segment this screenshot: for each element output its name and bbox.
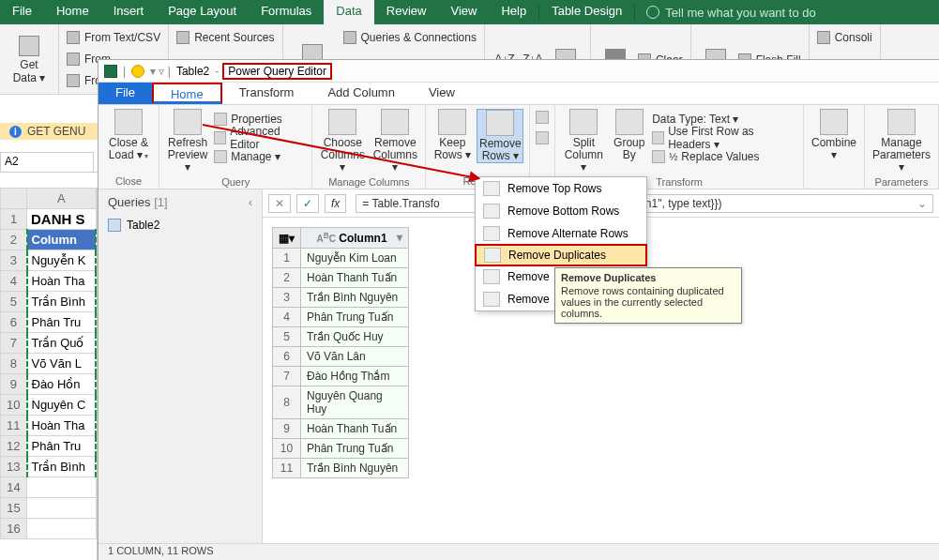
cell-A8[interactable]: Võ Văn L (27, 354, 97, 374)
pq-tab-home[interactable]: Home (152, 83, 222, 104)
manage-button[interactable]: Manage ▾ (214, 148, 306, 165)
formula-expand-icon[interactable]: ⌄ (917, 197, 927, 210)
query-item-table2[interactable]: Table2 (108, 217, 252, 234)
queries-header: Queries (108, 195, 151, 209)
tooltip-title: Remove Duplicates (561, 272, 735, 283)
grid-cell[interactable]: Võ Văn Lân (301, 347, 409, 367)
excel-tab-data[interactable]: Data (324, 0, 373, 24)
smile-icon[interactable] (131, 65, 144, 78)
cell-A2[interactable]: Column (27, 230, 97, 250)
col-A-header[interactable]: A (27, 189, 97, 209)
get-genuine-banner[interactable]: i GET GENU (0, 123, 98, 140)
menu-remove-duplicates[interactable]: Remove Duplicates (475, 244, 647, 266)
queries-collapse-icon[interactable]: ‹ (249, 195, 252, 209)
queries-pane: Queries [1] ‹ Table2 (98, 189, 263, 560)
row-2-head[interactable]: 2 (1, 230, 27, 250)
get-data-button[interactable]: Get Data ▾ (8, 33, 51, 87)
choose-columns-button[interactable]: Choose Columns ▾ (318, 109, 367, 174)
split-column-button[interactable]: Split Column ▾ (561, 109, 606, 174)
combine-button[interactable]: Combine ▾ (810, 109, 858, 161)
pq-tab-view[interactable]: View (412, 83, 472, 104)
refresh-preview-button[interactable]: Refresh Preview ▾ (165, 109, 210, 174)
grid-cell[interactable]: Nguyễn Kim Loan (301, 249, 409, 268)
close-load-button[interactable]: Close & Load ▾ (104, 109, 153, 161)
grid-cell[interactable]: Hoàn Thanh Tuấn (301, 268, 409, 288)
fx-icon[interactable]: fx (325, 194, 346, 213)
pq-tab-addcolumn[interactable]: Add Column (310, 83, 412, 104)
grid-rownum[interactable]: 6 (273, 347, 301, 367)
grid-cell[interactable]: Nguyên Quang Huy (301, 386, 409, 419)
grid-rownum[interactable]: 7 (273, 367, 301, 386)
cell-A11[interactable]: Hoàn Tha (27, 416, 97, 436)
grid-rownum[interactable]: 8 (273, 386, 301, 419)
grid-rownum[interactable]: 10 (273, 439, 301, 459)
advanced-icon (214, 131, 226, 144)
col-dropdown-icon[interactable]: ▾ (397, 231, 402, 244)
formula-accept[interactable]: ✓ (296, 194, 319, 213)
cell-A3[interactable]: Nguyễn K (27, 250, 97, 271)
grid-rownum[interactable]: 3 (273, 288, 301, 308)
cell-A16[interactable] (27, 519, 97, 539)
formula-cancel[interactable]: ✕ (268, 194, 291, 213)
queries-connections[interactable]: Queries & Connections (343, 28, 477, 47)
grid-cell[interactable]: Đào Hồng Thắm (301, 367, 409, 386)
consolidate[interactable]: Consoli (817, 28, 872, 47)
cell-A9[interactable]: Đào Hồn (27, 374, 97, 395)
pq-tab-transform[interactable]: Transform (222, 83, 311, 104)
sort-za-icon (536, 131, 549, 144)
cell-A15[interactable] (27, 498, 97, 519)
grid-cell[interactable]: Trần Bình Nguyên (301, 459, 409, 478)
sort-az-icon (536, 111, 549, 124)
keep-rows-button[interactable]: Keep Rows ▾ (432, 109, 473, 163)
grid-rownum[interactable]: 2 (273, 268, 301, 288)
grid-col-column1[interactable]: ABC Column1 ▾ (301, 228, 409, 249)
grid-cell[interactable]: Phân Trung Tuấn (301, 308, 409, 327)
excel-tab-formulas[interactable]: Formulas (249, 0, 324, 24)
excel-tab-pagelayout[interactable]: Page Layout (156, 0, 249, 24)
pq-sort-za[interactable] (536, 129, 549, 146)
cell-A1[interactable]: DANH S (27, 209, 97, 230)
pq-sort-az[interactable] (536, 109, 549, 126)
cell-A5[interactable]: Trần Bình (27, 292, 97, 312)
advanced-editor-button[interactable]: Advanced Editor (214, 129, 306, 146)
name-box[interactable]: A2 (0, 152, 94, 173)
grid-rownum[interactable]: 4 (273, 308, 301, 327)
cell-A13[interactable]: Trần Bình (27, 457, 97, 477)
cell-A10[interactable]: Nguyên C (27, 395, 97, 416)
first-row-headers[interactable]: Use First Row as Headers ▾ (652, 129, 797, 146)
row-1-head[interactable]: 1 (1, 209, 27, 230)
cell-A12[interactable]: Phân Tru (27, 436, 97, 457)
grid-cell[interactable]: Trần Quốc Huy (301, 327, 409, 347)
excel-tab-file[interactable]: File (0, 0, 44, 24)
group-by-button[interactable]: Group By (610, 109, 648, 174)
excel-tab-home[interactable]: Home (44, 0, 101, 24)
from-text-csv[interactable]: From Text/CSV (67, 28, 160, 47)
grid-cell[interactable]: Hoàn Thanh Tuấn (301, 419, 409, 439)
pq-tab-file[interactable]: File (98, 83, 152, 104)
menu-remove-bottom-rows[interactable]: Remove Bottom Rows (476, 200, 646, 222)
cell-A14[interactable] (27, 477, 97, 498)
excel-tab-tabledesign[interactable]: Table Design (539, 0, 634, 24)
tell-me-search[interactable]: Tell me what you want to do (635, 0, 815, 24)
grid-rownum[interactable]: 1 (273, 249, 301, 268)
excel-tab-help[interactable]: Help (489, 0, 538, 24)
remove-rows-button[interactable]: Remove Rows ▾ (477, 109, 523, 163)
recent-sources[interactable]: Recent Sources (176, 28, 274, 47)
replace-values[interactable]: ½ Replace Values (652, 148, 797, 165)
cell-A4[interactable]: Hoàn Tha (27, 271, 97, 292)
menu-remove-alternate-rows[interactable]: Remove Alternate Rows (476, 222, 646, 245)
grid-rownum[interactable]: 5 (273, 327, 301, 347)
grid-rownum[interactable]: 9 (273, 419, 301, 439)
excel-tab-review[interactable]: Review (374, 0, 439, 24)
excel-tab-view[interactable]: View (438, 0, 489, 24)
grid-corner[interactable]: ▦▾ (273, 228, 301, 249)
excel-tab-insert[interactable]: Insert (101, 0, 157, 24)
cell-A7[interactable]: Trần Quố (27, 333, 97, 354)
cell-A6[interactable]: Phân Tru (27, 312, 97, 333)
menu-remove-top-rows[interactable]: Remove Top Rows (476, 177, 646, 200)
grid-cell[interactable]: Trần Bình Nguyên (301, 288, 409, 308)
manage-icon (214, 150, 227, 163)
grid-cell[interactable]: Phân Trung Tuấn (301, 439, 409, 459)
manage-parameters-button[interactable]: Manage Parameters ▾ (871, 109, 932, 174)
grid-rownum[interactable]: 11 (273, 459, 301, 478)
